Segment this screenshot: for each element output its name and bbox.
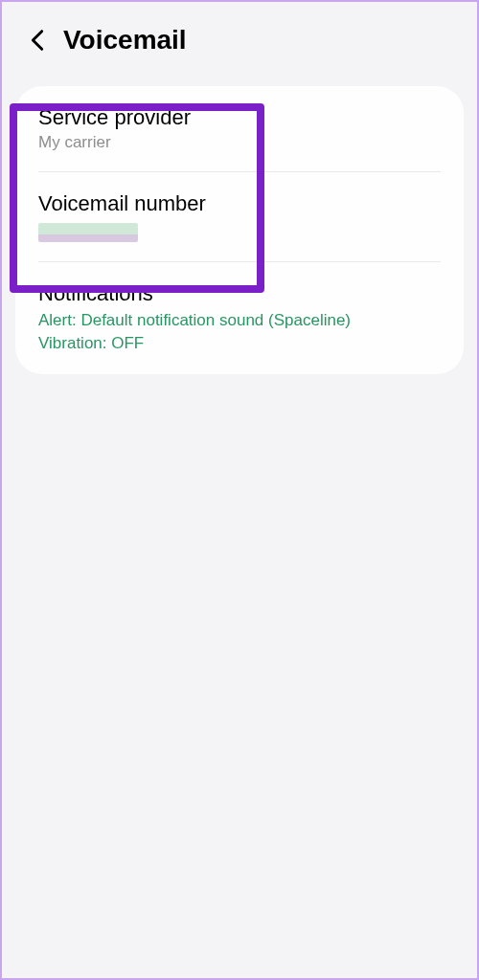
service-provider-title: Service provider <box>38 105 441 130</box>
notifications-vibration: Vibration: OFF <box>38 332 441 355</box>
back-icon[interactable] <box>29 32 46 49</box>
settings-card: Service provider My carrier Voicemail nu… <box>15 86 464 374</box>
notifications-item[interactable]: Notifications Alert: Default notificatio… <box>15 262 464 374</box>
voicemail-number-title: Voicemail number <box>38 191 441 216</box>
service-provider-value: My carrier <box>38 133 441 152</box>
voicemail-number-item[interactable]: Voicemail number <box>15 172 464 261</box>
service-provider-item[interactable]: Service provider My carrier <box>15 86 464 171</box>
notifications-title: Notifications <box>38 281 441 306</box>
page-title: Voicemail <box>63 25 187 56</box>
notifications-alert: Alert: Default notification sound (Space… <box>38 309 441 332</box>
voicemail-number-redacted <box>38 223 138 242</box>
header: Voicemail <box>2 2 477 78</box>
